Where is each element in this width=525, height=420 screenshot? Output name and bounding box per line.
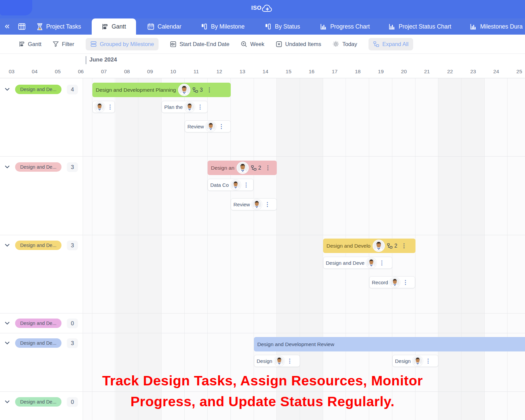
gantt-task-card[interactable]: Design ⋮ (254, 355, 300, 367)
annotation-line-2: Progress, and Update Status Regularly. (0, 391, 525, 412)
tab-label: Project Status Chart (399, 23, 451, 30)
kebab-menu-icon[interactable]: ⋮ (106, 104, 114, 110)
kebab-menu-icon[interactable]: ⋮ (206, 87, 213, 93)
timeline-header: June 2024 030405060708091011121314151617… (0, 54, 525, 78)
subtask-tree-icon: 2 (251, 165, 261, 171)
assignee-avatar (206, 122, 215, 131)
day-label: 23 (462, 69, 485, 75)
tab-label: Progress Chart (330, 23, 370, 30)
gantt-bar-summary[interactable]: Design an 2 ⋮ (208, 161, 277, 175)
assignee-avatar (185, 102, 194, 112)
day-column (254, 78, 277, 420)
collapse-sidebar-button[interactable]: « (5, 22, 9, 30)
gantt-app-screen: ISO « Project Tasks (0, 0, 525, 420)
kanban-icon (201, 23, 208, 30)
subtask-tree-icon: 3 (192, 87, 203, 93)
gantt-task-card[interactable]: Review ⋮ (231, 198, 277, 210)
day-label: 25 (508, 69, 525, 75)
gantt-task-card[interactable]: Review ⋮ (185, 120, 231, 132)
tab-by-status[interactable]: By Status (258, 18, 307, 35)
assignee-avatar (413, 356, 422, 366)
kebab-menu-icon[interactable]: ⋮ (218, 124, 225, 129)
toolbar-undated-items-button[interactable]: Undated Items (276, 41, 321, 47)
chevron-down-icon[interactable] (5, 88, 10, 91)
day-label: 14 (254, 69, 277, 75)
kebab-menu-icon[interactable]: ⋮ (425, 358, 432, 364)
kebab-menu-icon[interactable]: ⋮ (378, 260, 385, 266)
task-count-badge: 3 (67, 162, 78, 172)
kebab-menu-icon[interactable]: ⋮ (243, 182, 250, 188)
task-count-badge: 0 (67, 319, 78, 328)
task-title: Review (233, 202, 250, 207)
tab-gantt[interactable]: Gantt (92, 18, 136, 35)
gantt-task-card[interactable]: Record ⋮ (369, 276, 415, 288)
task-title: Record (372, 280, 388, 285)
day-label: 09 (138, 69, 162, 75)
toolbar-undated-label: Undated Items (285, 41, 321, 47)
assignee-avatar (95, 102, 104, 112)
chevron-down-icon[interactable] (5, 322, 10, 325)
kebab-menu-icon[interactable]: ⋮ (286, 358, 293, 364)
milestone-pill[interactable]: Design and De... (15, 241, 61, 250)
app-logo: ISO (251, 3, 273, 13)
gantt-bar-summary[interactable]: Design and Develo 2 ⋮ (323, 239, 415, 253)
chevron-down-icon[interactable] (5, 244, 10, 247)
toolbar-grouped-by-milestone-button[interactable]: Grouped by Milestone (86, 38, 159, 50)
tab-project-status-chart[interactable]: Project Status Chart (382, 18, 458, 35)
tab-milestones-duration[interactable]: Milestones Dura (463, 18, 525, 35)
tab-label: Milestones Dura (480, 23, 522, 30)
gantt-task-card[interactable]: Design and Deve ⋮ (323, 257, 392, 269)
task-count-badge: 4 (67, 85, 78, 94)
kebab-menu-icon[interactable]: ⋮ (264, 165, 271, 171)
toolbar-grouped-label: Grouped by Milestone (100, 41, 154, 47)
assignee-avatar (231, 180, 240, 190)
bar-title: Design and Development Review (257, 341, 334, 347)
table-view-icon[interactable] (18, 23, 26, 30)
bar-chart-icon (389, 23, 395, 30)
chevron-down-icon[interactable] (5, 341, 10, 345)
assignee-avatar (367, 258, 376, 267)
gantt-toolbar: Gantt Filter Grouped by Milestone Start … (0, 35, 525, 54)
tab-progress-chart[interactable]: Progress Chart (313, 18, 377, 35)
kebab-menu-icon[interactable]: ⋮ (400, 243, 407, 249)
corner-decoration (0, 0, 32, 15)
toolbar-date-range-button[interactable]: Start Date-End Date (170, 41, 229, 47)
tab-by-milestone[interactable]: By Milestone (194, 18, 251, 35)
tab-label: By Status (275, 23, 300, 30)
toolbar-gantt-button[interactable]: Gantt (19, 41, 41, 47)
toolbar-today-button[interactable]: Today (333, 41, 357, 47)
gantt-bar-summary[interactable]: Design and Development Review (254, 337, 525, 351)
gantt-task-card[interactable]: Design ⋮ (392, 355, 438, 367)
toolbar-zoom-week-button[interactable]: Week (241, 41, 264, 47)
toolbar-filter-button[interactable]: Filter (53, 41, 74, 47)
milestone-pill[interactable]: Design and De... (15, 319, 61, 328)
kebab-menu-icon[interactable]: ⋮ (264, 202, 271, 207)
day-column (162, 78, 185, 420)
tab-calendar[interactable]: Calendar (141, 18, 188, 35)
tab-project-tasks[interactable]: Project Tasks (30, 18, 88, 35)
toolbar-expand-all-label: Expand All (382, 41, 408, 47)
gantt-bar-summary[interactable]: Design and Development Planning 3 ⋮ (92, 83, 231, 97)
task-title: Data Co (210, 182, 229, 188)
tab-label: By Milestone (211, 23, 245, 30)
milestone-pill[interactable]: Design and De... (15, 85, 61, 94)
day-label: 03 (0, 69, 23, 75)
weekend-column (138, 78, 162, 420)
toolbar-expand-all-button[interactable]: Expand All (368, 38, 413, 50)
tab-label: Gantt (112, 23, 126, 30)
kebab-menu-icon[interactable]: ⋮ (402, 280, 409, 285)
task-count-badge: 3 (67, 241, 78, 250)
kebab-menu-icon[interactable]: ⋮ (196, 104, 204, 110)
gantt-task-card[interactable]: ⋮ (92, 101, 115, 113)
logo-text: ISO (251, 5, 262, 11)
milestone-pill[interactable]: Design and De... (15, 162, 61, 172)
chevron-down-icon[interactable] (5, 165, 10, 169)
group-row-header: Design and De... 0 (0, 318, 83, 328)
gantt-task-card[interactable]: Data Co ⋮ (208, 179, 254, 191)
gantt-task-card[interactable]: Plan the ⋮ (162, 101, 208, 113)
assignee-avatar (275, 356, 284, 366)
group-row-header: Design and De... 3 (0, 240, 83, 250)
day-label: 24 (485, 69, 508, 75)
milestone-pill[interactable]: Design and De... (15, 338, 61, 348)
toolbar-zoom-label: Week (250, 41, 264, 47)
